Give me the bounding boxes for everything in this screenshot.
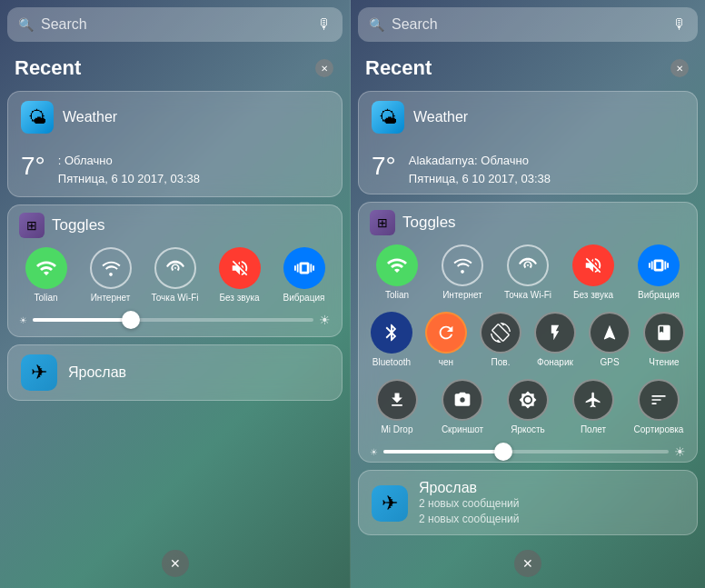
left-bottom-bar: ✕ [7, 550, 343, 581]
right-app-detail2: 2 новых сообщений [419, 512, 519, 527]
right-toggle-pov[interactable]: Пов. [475, 312, 526, 368]
right-toggle-flashlight[interactable]: Фонарик [530, 312, 581, 368]
right-toggles-card: ⊞ Toggles Tolian Интернет Точка [358, 202, 698, 463]
right-toggle-hotspot-circle [507, 244, 549, 286]
right-toggle-pov-label: Пов. [492, 357, 511, 368]
right-toggle-brightness-circle [507, 379, 549, 421]
right-recent-header: Recent ✕ [358, 49, 698, 84]
left-weather-card: 🌤 Weather 7° : Облачно Пятница, 6 10 201… [7, 91, 343, 197]
left-toggle-wifi[interactable]: Tolian [21, 247, 72, 304]
right-toggles-title: Toggles [402, 214, 456, 232]
left-toggles-header: ⊞ Toggles [8, 205, 342, 244]
left-recent-app-card[interactable]: ✈ Ярослав [7, 344, 343, 401]
left-toggle-vibrate-label: Вибрация [283, 293, 325, 304]
left-toggles-icon: ⊞ [19, 213, 45, 238]
left-toggle-internet[interactable]: Интернет [85, 247, 136, 304]
right-toggle-screenshot[interactable]: Скриншот [437, 379, 488, 435]
right-toggle-internet[interactable]: Интернет [437, 244, 488, 301]
right-toggle-wifi[interactable]: Tolian [372, 244, 422, 301]
left-toggles-card: ⊞ Toggles Tolian Интернет [7, 204, 343, 337]
right-toggle-rotate-label: чен [439, 357, 453, 368]
right-toggle-mute-label: Без звука [573, 290, 613, 301]
left-toggle-wifi-circle [25, 247, 67, 289]
right-weather-date: Пятница, 6 10 2017, 03:38 [409, 170, 551, 188]
right-slider-max-icon: ☀ [674, 444, 686, 459]
right-toggle-airplane-label: Полет [581, 424, 606, 435]
right-toggle-flashlight-label: Фонарик [537, 357, 573, 368]
right-weather-header: 🌤 Weather [359, 92, 697, 143]
right-toggle-read-label: Чтение [649, 357, 679, 368]
left-close-recent[interactable]: ✕ [315, 59, 333, 77]
left-toggle-vibrate-circle [283, 247, 325, 289]
right-close-recent[interactable]: ✕ [670, 59, 689, 77]
right-panel: 🔍 Search 🎙 Recent ✕ 🌤 Weather 7° Alakada… [350, 0, 705, 588]
left-slider-min-icon: ☀ [19, 315, 27, 325]
right-app-info: Ярослав 2 новых сообщений 2 новых сообще… [419, 480, 519, 527]
right-weather-location: Alakadarnya: Облачно [409, 152, 551, 170]
right-weather-info: 7° Alakadarnya: Облачно Пятница, 6 10 20… [359, 143, 697, 194]
left-close-btn[interactable]: ✕ [162, 550, 189, 577]
right-recent-app-card[interactable]: ✈ Ярослав 2 новых сообщений 2 новых сооб… [358, 470, 698, 535]
right-toggle-gps[interactable]: GPS [584, 312, 635, 368]
right-toggle-hotspot-label: Точка Wi-Fi [504, 290, 551, 301]
right-toggle-row2: Bluetooth чен Пов. Фонарик [359, 308, 697, 375]
left-search-bar[interactable]: 🔍 Search 🎙 [7, 7, 343, 42]
right-toggle-rotate[interactable]: чен [421, 312, 472, 368]
left-slider-fill [33, 318, 131, 322]
left-slider-max-icon: ☀ [319, 313, 331, 327]
right-weather-card: 🌤 Weather 7° Alakadarnya: Облачно Пятниц… [358, 91, 698, 194]
right-slider-thumb[interactable] [494, 443, 512, 461]
right-toggle-rotate-circle [425, 312, 467, 354]
left-toggle-mute[interactable]: Без звука [214, 247, 265, 304]
right-slider-track[interactable] [383, 450, 669, 453]
left-toggle-internet-circle [90, 247, 132, 289]
left-panel: 🔍 Search 🎙 Recent ✕ 🌤 Weather 7° : Облач… [0, 0, 350, 588]
left-weather-icon: 🌤 [21, 101, 54, 134]
right-mic-icon[interactable]: 🎙 [672, 16, 687, 33]
left-recent-label: Recent [11, 55, 84, 82]
left-toggle-row: Tolian Интернет Точка Wi-Fi [8, 244, 342, 311]
right-toggle-brightness[interactable]: Яркость [502, 379, 553, 435]
left-weather-temp: 7° [21, 152, 45, 181]
left-slider-thumb[interactable] [122, 311, 140, 329]
left-weather-date: Пятница, 6 10 2017, 03:38 [58, 170, 200, 188]
left-toggle-vibrate[interactable]: Вибрация [279, 247, 330, 304]
left-telegram-icon: ✈ [21, 354, 57, 391]
right-toggle-hotspot[interactable]: Точка Wi-Fi [502, 244, 553, 301]
left-weather-title: Weather [63, 109, 117, 125]
right-toggle-internet-circle [442, 244, 483, 286]
right-toggle-internet-label: Интернет [442, 290, 482, 301]
right-toggle-vibrate[interactable]: Вибрация [633, 244, 684, 301]
right-toggle-flashlight-circle [534, 312, 576, 354]
left-toggle-wifi-label: Tolian [34, 293, 57, 304]
left-slider-track[interactable] [33, 318, 313, 322]
left-weather-header: 🌤 Weather [8, 92, 342, 143]
right-toggle-midrop-label: Mi Drop [381, 424, 412, 435]
left-toggle-internet-label: Интернет [91, 293, 131, 304]
right-close-btn[interactable]: ✕ [514, 550, 541, 577]
right-toggles-header: ⊞ Toggles [359, 203, 697, 241]
right-telegram-icon: ✈ [372, 485, 408, 522]
left-mic-icon[interactable]: 🎙 [317, 16, 332, 33]
right-toggle-sort-circle [638, 379, 680, 421]
right-toggle-row1: Tolian Интернет Точка Wi-Fi Без звука [359, 241, 697, 308]
right-toggle-midrop[interactable]: Mi Drop [372, 379, 422, 435]
left-search-icon: 🔍 [18, 17, 34, 32]
left-toggles-title: Toggles [52, 216, 105, 234]
right-toggle-gps-circle [589, 312, 631, 354]
right-toggle-airplane[interactable]: Полет [568, 379, 619, 435]
right-search-bar[interactable]: 🔍 Search 🎙 [358, 7, 698, 42]
right-toggle-mute[interactable]: Без звука [568, 244, 619, 301]
right-toggle-read[interactable]: Чтение [639, 312, 690, 368]
left-weather-info: 7° : Облачно Пятница, 6 10 2017, 03:38 [8, 143, 342, 196]
right-toggle-sort[interactable]: Сортировка [633, 379, 684, 435]
right-toggles-icon: ⊞ [370, 210, 395, 235]
left-toggle-hotspot[interactable]: Точка Wi-Fi [150, 247, 201, 304]
right-weather-title: Weather [413, 109, 468, 125]
right-toggle-brightness-label: Яркость [511, 424, 545, 435]
right-toggle-wifi-circle [376, 244, 418, 286]
right-toggle-mute-circle [572, 244, 614, 286]
right-toggle-midrop-circle [376, 379, 418, 421]
right-toggle-read-circle [643, 312, 685, 354]
right-toggle-bluetooth[interactable]: Bluetooth [366, 312, 417, 368]
